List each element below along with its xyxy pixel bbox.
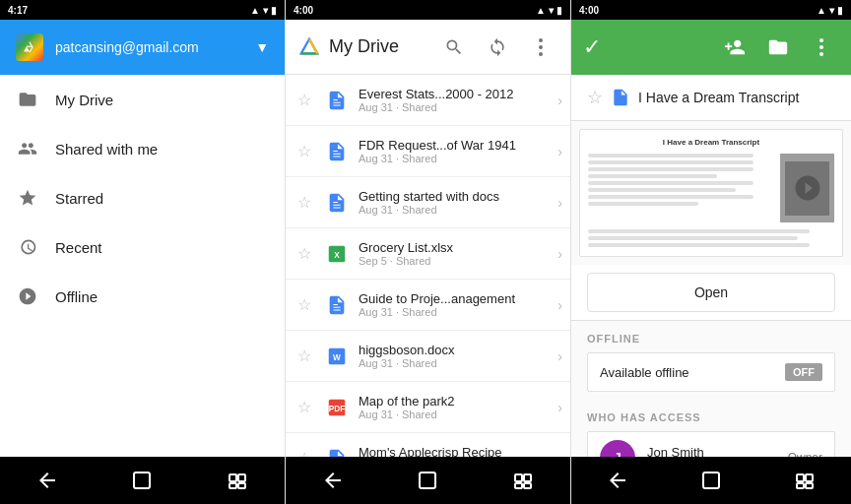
google-drive-logo xyxy=(16,33,43,61)
chevron-right-6: › xyxy=(557,400,562,415)
svg-rect-0 xyxy=(134,472,150,488)
chevron-right-0: › xyxy=(557,93,562,108)
clock-icon xyxy=(16,235,39,259)
sidebar-item-offline[interactable]: Offline xyxy=(0,272,285,321)
star-btn-3[interactable]: ☆ xyxy=(294,240,315,267)
preview-document: I Have a Dream Transcript xyxy=(580,130,842,256)
file-item-2[interactable]: ☆ Getting started with docs Aug 31 · Sha… xyxy=(286,177,570,228)
left-status-bar: 4:17 ▲ ▾ ▮ xyxy=(0,0,285,20)
file-info-1: FDR Request...of War 1941 Aug 31 · Share… xyxy=(359,138,550,164)
file-meta-2: Aug 31 · Shared xyxy=(359,204,550,216)
star-btn-4[interactable]: ☆ xyxy=(294,291,315,318)
svg-rect-24 xyxy=(515,483,522,488)
file-icon-1 xyxy=(323,138,351,165)
offline-row: Available offline OFF xyxy=(587,352,835,392)
file-item-5[interactable]: ☆ W higgsboson.docx Aug 31 · Shared › xyxy=(286,331,570,382)
folder-button[interactable] xyxy=(760,30,796,65)
chevron-right-5: › xyxy=(557,348,562,364)
file-item-6[interactable]: ☆ PDF Map of the park2 Aug 31 · Shared › xyxy=(286,382,570,433)
file-item-3[interactable]: ☆ X Grocery List.xlsx Sep 5 · Shared › xyxy=(286,228,570,280)
who-has-access-section: WHO HAS ACCESS J Jon Smith jonsmith@exam… xyxy=(571,404,851,457)
home-button-left[interactable] xyxy=(122,461,162,500)
file-info-5: higgsboson.docx Aug 31 · Shared xyxy=(359,343,550,369)
recents-button-right[interactable] xyxy=(785,461,824,500)
chevron-right-1: › xyxy=(557,144,562,159)
signal-icon-right: ▲ xyxy=(817,5,826,16)
access-info-0: Jon Smith jonsmith@example.com xyxy=(647,445,776,458)
sidebar-item-recent[interactable]: Recent xyxy=(0,222,285,272)
svg-rect-23 xyxy=(524,474,531,481)
detail-file-name: I Have a Dream Transcript xyxy=(638,90,835,105)
star-btn-1[interactable]: ☆ xyxy=(294,138,315,164)
more-button-right[interactable] xyxy=(804,30,839,65)
more-button-mid[interactable] xyxy=(523,30,558,65)
people-icon xyxy=(16,137,39,160)
detail-star-btn[interactable]: ☆ xyxy=(587,87,603,108)
file-icon-2 xyxy=(323,189,351,217)
recents-button-left[interactable] xyxy=(218,461,257,500)
back-button-left[interactable] xyxy=(28,461,67,500)
sidebar-item-starred[interactable]: Starred xyxy=(0,173,285,222)
wifi-icon-right: ▾ xyxy=(829,5,834,16)
offline-toggle[interactable]: OFF xyxy=(785,363,822,381)
svg-point-27 xyxy=(819,45,823,49)
sidebar-label-shared: Shared with me xyxy=(55,141,158,158)
file-meta-0: Aug 31 · Shared xyxy=(359,101,550,113)
wifi-icon-mid: ▾ xyxy=(549,5,554,16)
detail-preview: I Have a Dream Transcript xyxy=(579,129,843,257)
sync-button-mid[interactable] xyxy=(480,30,515,65)
back-button-mid[interactable] xyxy=(313,461,353,500)
access-row-0: J Jon Smith jonsmith@example.com Owner xyxy=(587,431,835,457)
back-button-right[interactable] xyxy=(598,461,637,500)
detail-header: ✓ xyxy=(571,20,851,75)
battery-icon-right: ▮ xyxy=(837,5,843,16)
file-item-4[interactable]: ☆ Guide to Proje...anagement Aug 31 · Sh… xyxy=(286,280,570,331)
file-info-4: Guide to Proje...anagement Aug 31 · Shar… xyxy=(359,291,550,318)
star-btn-7[interactable]: ☆ xyxy=(294,445,315,457)
right-status-bar: 4:00 ▲ ▾ ▮ xyxy=(571,0,851,20)
home-button-right[interactable] xyxy=(691,461,731,500)
right-time: 4:00 xyxy=(579,5,599,16)
battery-icon: ▮ xyxy=(271,5,277,16)
star-btn-6[interactable]: ☆ xyxy=(294,394,315,420)
file-item-7[interactable]: ☆ Mom's Applecrisp Recipe Aug 31 · Share… xyxy=(286,433,570,457)
file-item-1[interactable]: ☆ FDR Request...of War 1941 Aug 31 · Sha… xyxy=(286,126,570,177)
file-meta-1: Aug 31 · Shared xyxy=(359,153,550,164)
file-name-7: Mom's Applecrisp Recipe xyxy=(359,445,550,457)
sidebar-item-shared[interactable]: Shared with me xyxy=(0,124,285,173)
svg-rect-32 xyxy=(797,483,804,488)
file-icon-0 xyxy=(323,87,351,114)
star-btn-0[interactable]: ☆ xyxy=(294,87,315,113)
file-info-7: Mom's Applecrisp Recipe Aug 31 · Shared xyxy=(359,445,550,457)
file-meta-6: Aug 31 · Shared xyxy=(359,409,550,420)
middle-time: 4:00 xyxy=(294,5,313,16)
sidebar-header: patcansing@gmail.com ▼ xyxy=(0,20,285,75)
file-item-0[interactable]: ☆ Everest Stats...2000 - 2012 Aug 31 · S… xyxy=(286,75,570,126)
star-btn-5[interactable]: ☆ xyxy=(294,343,315,369)
sidebar-label-starred: Starred xyxy=(55,190,103,207)
search-button-mid[interactable] xyxy=(436,30,472,65)
add-person-button[interactable] xyxy=(717,30,753,65)
offline-icon xyxy=(16,284,39,308)
open-button[interactable]: Open xyxy=(587,273,835,312)
file-meta-5: Aug 31 · Shared xyxy=(359,357,550,369)
file-name-0: Everest Stats...2000 - 2012 xyxy=(359,87,550,101)
home-button-mid[interactable] xyxy=(408,461,447,500)
recents-button-mid[interactable] xyxy=(503,461,543,500)
check-button[interactable]: ✓ xyxy=(583,34,601,60)
preview-title: I Have a Dream Transcript xyxy=(588,138,834,147)
right-status-icons: ▲ ▾ ▮ xyxy=(817,5,843,16)
access-name-0: Jon Smith xyxy=(647,445,776,458)
svg-rect-1 xyxy=(229,474,236,481)
detail-file-type-icon xyxy=(611,88,630,107)
detail-panel: 4:00 ▲ ▾ ▮ ✓ ☆ xyxy=(571,0,851,504)
svg-rect-25 xyxy=(524,483,531,488)
file-list-header: My Drive xyxy=(286,20,570,75)
sidebar-item-my-drive[interactable]: My Drive xyxy=(0,75,285,124)
star-btn-2[interactable]: ☆ xyxy=(294,189,315,216)
file-icon-3: X xyxy=(323,240,351,268)
file-meta-3: Sep 5 · Shared xyxy=(359,255,550,267)
middle-status-bar: 4:00 ▲ ▾ ▮ xyxy=(286,0,570,20)
battery-icon-mid: ▮ xyxy=(556,5,562,16)
file-list-title: My Drive xyxy=(329,36,428,57)
